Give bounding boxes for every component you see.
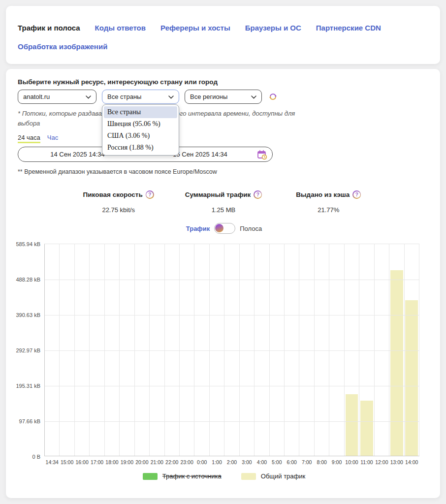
chart-column: 14:00	[405, 244, 419, 456]
tab[interactable]: Обработка изображений	[18, 42, 107, 51]
stat-peak-value: 22.75 kbit/s	[66, 206, 171, 214]
x-axis-label: 1:00	[212, 459, 222, 465]
chevron-down-icon	[168, 93, 174, 100]
x-axis-label: 20:00	[135, 459, 148, 465]
x-axis-label: 23:00	[181, 459, 193, 465]
chart-column: 20:00	[135, 244, 150, 456]
legend-swatch	[241, 473, 256, 480]
help-icon[interactable]: ?	[352, 190, 361, 199]
stat-cache: Выдано из кэша? 21.77%	[276, 190, 381, 214]
tabs-list: Трафик и полосаКоды ответовРефереры и хо…	[18, 24, 426, 51]
country-option[interactable]: Россия (1.88 %)	[104, 142, 177, 154]
chart-column: 16:00	[75, 244, 90, 456]
x-axis-label: 2:00	[227, 459, 237, 465]
legend-item[interactable]: Трафик с источника	[143, 472, 222, 480]
traffic-chart: 14:3415:0016:0017:0018:0019:0020:0021:00…	[44, 244, 419, 456]
stat-cache-value: 21.77%	[276, 206, 381, 214]
chart-column: 6:00	[285, 244, 299, 456]
tab[interactable]: Браузеры и ОС	[245, 24, 301, 32]
tab[interactable]: Партнерские CDN	[316, 24, 381, 32]
chart-column: 8:00	[315, 244, 329, 456]
chart-legend: Трафик с источникаОбщий трафик	[6, 472, 442, 480]
y-axis-label: 0 B	[6, 454, 40, 460]
country-option[interactable]: Швеция (95.06 %)	[104, 118, 177, 130]
quick-ranges: 24 часа Час	[18, 134, 58, 143]
chart-column: 21:00	[150, 244, 164, 456]
x-axis-label: 13:00	[390, 459, 403, 465]
chart-column: 12:00	[375, 244, 389, 456]
y-axis-label: 488.28 kB	[6, 277, 40, 283]
help-icon[interactable]: ?	[254, 190, 262, 199]
y-axis-label: 292.97 kB	[6, 347, 40, 353]
y-axis-label: 585.94 kB	[6, 241, 40, 247]
chart-column: 18:00	[105, 244, 120, 456]
chart-column: 2:00	[224, 244, 239, 456]
toggle-knob	[215, 224, 223, 232]
range-24h-link[interactable]: 24 часа	[18, 134, 40, 143]
chart-column: 4:00	[255, 244, 269, 456]
country-option[interactable]: США (3.06 %)	[104, 130, 177, 142]
legend-item[interactable]: Общий трафик	[241, 472, 305, 480]
mode-toggle-row: Трафик Полоса	[6, 223, 442, 234]
chart-column: 10:00	[345, 244, 359, 456]
resource-select[interactable]: anatolt.ru	[18, 90, 96, 104]
bar	[360, 401, 373, 456]
tabs-card: Трафик и полосаКоды ответовРефереры и хо…	[6, 6, 440, 64]
bar	[405, 300, 418, 456]
refresh-icon[interactable]	[268, 92, 278, 102]
x-axis-label: 4:00	[257, 459, 267, 465]
mode-traffic-label[interactable]: Трафик	[186, 225, 210, 232]
y-axis-label: 195.31 kB	[6, 383, 40, 389]
mode-band-label[interactable]: Полоса	[240, 225, 262, 232]
filters-row: anatolt.ru Все страны Все регионы	[18, 90, 278, 104]
country-select[interactable]: Все страны	[102, 90, 179, 104]
timezone-note: ** Временной диапазон указывается в часо…	[18, 168, 217, 175]
chart-column: 5:00	[270, 244, 285, 456]
tab[interactable]: Трафик и полоса	[18, 24, 80, 32]
legend-label: Трафик с источника	[162, 472, 222, 480]
chart-column: 23:00	[180, 244, 194, 456]
chart-column: 9:00	[329, 244, 344, 456]
x-axis-label: 10:00	[345, 459, 358, 465]
country-option[interactable]: Все страны	[104, 106, 177, 118]
stat-total-label: Суммарный трафик	[185, 191, 251, 198]
x-axis-label: 14:00	[405, 459, 418, 465]
region-select[interactable]: Все регионы	[185, 90, 262, 104]
region-select-value: Все регионы	[190, 93, 227, 100]
x-axis-label: 6:00	[287, 459, 297, 465]
chart-column: 7:00	[299, 244, 314, 456]
calendar-icon[interactable]	[256, 149, 267, 160]
tab[interactable]: Коды ответов	[95, 24, 146, 32]
y-axis-label: 390.63 kB	[6, 312, 40, 318]
x-axis-label: 17:00	[91, 459, 103, 465]
x-axis-label: 3:00	[242, 459, 252, 465]
legend-swatch	[143, 473, 158, 480]
main-panel: Выберите нужный ресурс, интересующую стр…	[6, 69, 440, 498]
country-select-value: Все страны	[107, 93, 141, 100]
stat-peak-speed: Пиковая скорость? 22.75 kbit/s	[66, 190, 171, 214]
stat-total-traffic: Суммарный трафик? 1.25 MB	[171, 190, 276, 214]
mode-toggle[interactable]	[214, 223, 235, 234]
chart-column: 3:00	[240, 244, 255, 456]
stat-peak-label: Пиковая скорость	[83, 191, 143, 198]
x-axis-label: 9:00	[332, 459, 342, 465]
stat-total-value: 1.25 MB	[171, 206, 276, 214]
tab[interactable]: Рефереры и хосты	[160, 24, 230, 32]
help-icon[interactable]: ?	[146, 190, 154, 199]
x-axis-label: 19:00	[121, 459, 133, 465]
chart-column: 22:00	[165, 244, 180, 456]
x-axis-label: 14:34	[46, 459, 59, 465]
chart-column: 0:00	[194, 244, 209, 456]
bar	[346, 394, 358, 456]
x-axis-label: 16:00	[75, 459, 88, 465]
y-axis-label: 97.66 kB	[6, 418, 40, 424]
x-axis-label: 22:00	[165, 459, 178, 465]
chart-column: 14:34	[45, 244, 60, 456]
range-hour-link[interactable]: Час	[47, 134, 58, 143]
chart-columns: 14:3415:0016:0017:0018:0019:0020:0021:00…	[45, 244, 419, 456]
x-axis-label: 15:00	[61, 459, 73, 465]
stat-cache-label: Выдано из кэша	[296, 191, 350, 198]
chart-column: 15:00	[60, 244, 74, 456]
chart-column: 17:00	[90, 244, 104, 456]
chart-column: 19:00	[120, 244, 134, 456]
